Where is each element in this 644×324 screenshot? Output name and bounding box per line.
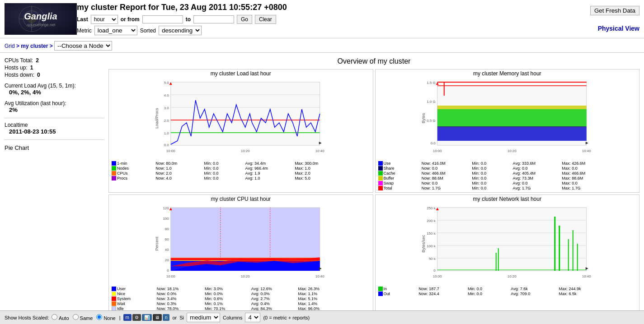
legend-item: Max: 26.3% xyxy=(298,287,343,291)
legend-item: Max: 0.0 xyxy=(562,166,610,171)
none-label[interactable]: None xyxy=(96,314,115,318)
same-label[interactable]: Same xyxy=(73,314,93,318)
legend-item: In xyxy=(378,287,417,291)
svg-text:100: 100 xyxy=(163,217,169,221)
legend-item: Nice xyxy=(112,292,155,296)
legend-item: Share xyxy=(378,166,420,171)
legend-item: Max: 1.0 xyxy=(295,166,343,171)
svg-text:60: 60 xyxy=(165,237,169,241)
sidebar-divider xyxy=(5,118,104,118)
legend-item: CPUs xyxy=(112,171,154,176)
grid-link[interactable]: Grid xyxy=(5,43,15,49)
legend-item: Avg: 2.7% xyxy=(251,296,296,301)
svg-text:10:40: 10:40 xyxy=(315,149,325,153)
memory-chart-box: my cluster Memory last hour Bytes xyxy=(375,69,640,193)
svg-marker-82 xyxy=(585,267,588,270)
cluster-link[interactable]: my cluster xyxy=(21,43,48,49)
auto-radio[interactable] xyxy=(52,314,57,318)
legend-item: System xyxy=(112,296,155,301)
size-select[interactable]: medium small large xyxy=(187,313,220,318)
get-fresh-data-button[interactable]: Get Fresh Data xyxy=(590,6,639,15)
legend-item: Avg: 0.0 xyxy=(513,166,560,171)
header-controls: Last hour 2hr 4hr day week month year or… xyxy=(77,15,590,24)
svg-marker-57 xyxy=(319,267,322,270)
legend-item: Max: 88.6M xyxy=(562,176,610,181)
svg-text:10:40: 10:40 xyxy=(582,274,591,278)
legend-item: Avg: 12.6% xyxy=(251,287,296,291)
time-range-select[interactable]: hour 2hr 4hr day week month year xyxy=(91,15,118,24)
memory-chart-legend: Use Now: 416.0MMin: 0.0Avg: 333.6MMax: 4… xyxy=(376,160,639,191)
svg-marker-35 xyxy=(585,142,588,144)
legend-item: 1-min xyxy=(112,161,154,166)
current-load-label: Current Load Avg (15, 5, 1m): xyxy=(5,83,104,89)
go-button[interactable]: Go xyxy=(237,15,252,24)
taskbar-icon4[interactable]: 🖥 xyxy=(153,314,162,318)
separator2: > xyxy=(50,43,54,49)
legend-item: Min: 0.6% xyxy=(205,296,249,301)
legend-item: Now: 4.0 xyxy=(155,176,202,181)
svg-text:150 k: 150 k xyxy=(427,231,436,236)
legend-item: Min: 0.0 xyxy=(472,161,511,166)
sorted-select[interactable]: descending ascending xyxy=(159,26,202,35)
header-content: my cluster Report for Tue, 23 Aug 2011 1… xyxy=(77,3,590,35)
physical-view-link[interactable]: Physical View xyxy=(598,25,639,32)
svg-text:10:20: 10:20 xyxy=(241,274,250,278)
none-radio[interactable] xyxy=(96,314,102,318)
load-chart-box: my cluster Load last hour Load/Procs xyxy=(108,69,373,193)
legend-item: Wait xyxy=(112,301,155,306)
svg-text:10:20: 10:20 xyxy=(507,149,517,153)
taskbar-icon2[interactable]: ⚙ xyxy=(132,314,141,318)
hosts-up-label: Hosts up: xyxy=(5,65,28,71)
columns-select[interactable]: 4 1 2 3 0 xyxy=(245,313,260,318)
cpus-total-label: CPUs Total: xyxy=(5,57,33,64)
svg-text:5.0: 5.0 xyxy=(164,81,169,85)
network-chart-svg: Bytes/sec xyxy=(376,203,639,284)
load-chart-container: Load/Procs 5.0 4.0 xyxy=(110,78,372,160)
localtime-stat: Localtime 2011-08-23 10:55 xyxy=(5,122,104,135)
svg-text:80: 80 xyxy=(165,227,169,231)
legend-item: Max: 466.6M xyxy=(562,171,610,176)
svg-text:10:00: 10:00 xyxy=(166,274,176,278)
legend-item: Min: 0.0 xyxy=(204,166,243,171)
legend-item: Avg: 34.4m xyxy=(245,161,293,166)
legend-item: Avg: 0.4% xyxy=(251,301,296,306)
to-input[interactable] xyxy=(193,15,234,23)
legend-item: Min: 0.0% xyxy=(205,292,249,296)
clear-button[interactable]: Clear xyxy=(255,15,276,24)
legend-item: Min: 3.0% xyxy=(205,287,249,291)
same-radio[interactable] xyxy=(73,314,79,318)
taskbar-icon[interactable]: m xyxy=(123,314,132,318)
auto-label[interactable]: Auto xyxy=(52,314,69,318)
taskbar-icon3[interactable]: 📊 xyxy=(142,314,152,318)
to-label: to xyxy=(186,16,191,23)
current-load-stat: Current Load Avg (15, 5, 1m): 0%, 2%, 4% xyxy=(5,83,104,96)
legend-item: Min: 0.0 xyxy=(472,166,511,171)
legend-item: Use xyxy=(378,161,420,166)
legend-item: Nodes xyxy=(112,166,154,171)
legend-item: Avg: 0.0 xyxy=(513,181,560,185)
metric-select[interactable]: load_one load_five load_fifteen cpu_user… xyxy=(94,26,137,35)
svg-marker-26 xyxy=(437,106,586,109)
svg-text:0.5 G: 0.5 G xyxy=(427,119,436,123)
show-hosts-scaled-label: Show Hosts Scaled: xyxy=(5,315,49,318)
legend-item: Avg: 1.9 xyxy=(245,171,293,176)
legend-item: Now: 324.4 xyxy=(418,292,466,296)
svg-text:250 k: 250 k xyxy=(427,206,436,210)
legend-item: User xyxy=(112,287,155,291)
legend-item: Swap xyxy=(378,181,420,185)
network-chart-legend: In Now: 187.7Min: 0.0Avg: 7.6kMax: 244.9… xyxy=(376,286,639,297)
hosts-down-value: 0 xyxy=(37,72,40,78)
memory-chart-container: Bytes xyxy=(376,78,639,160)
svg-text:Bytes/sec: Bytes/sec xyxy=(421,235,425,253)
legend-item: Avg: 73.3M xyxy=(513,176,560,181)
taskbar-icon5[interactable]: n xyxy=(163,314,170,318)
metric-label: Metric xyxy=(77,28,92,34)
svg-text:0.0: 0.0 xyxy=(164,143,169,147)
legend-item: Min: 0.0 xyxy=(472,171,511,176)
choose-node-select[interactable]: --Choose a Node xyxy=(54,41,112,51)
legend-item: Now: 0.0 xyxy=(422,181,470,185)
current-load-value: 0%, 2%, 4% xyxy=(5,89,104,96)
legend-item: Max: 5.1% xyxy=(298,296,343,301)
from-input[interactable] xyxy=(142,15,183,23)
legend-item: Avg: 709.0 xyxy=(511,292,557,296)
